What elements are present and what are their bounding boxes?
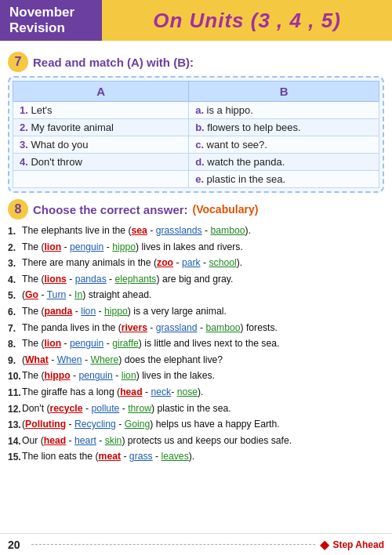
table-row: c. want to see?. [189,136,379,154]
sentence-number: 1. [8,223,22,239]
list-item: 2.The (lion - penguin - hippo) lives in … [8,240,384,256]
table-row: 3. What do you [13,136,189,154]
sentence-number: 10. [8,368,22,384]
table-row: 4. Don't throw [13,154,189,171]
sentence-text: The elephants live in the (sea - grassla… [22,223,384,239]
page-number: 20 [8,539,20,551]
sentence-number: 4. [8,272,22,288]
sentence-number: 8. [8,336,22,352]
header: November Revision On Units (3 , 4 , 5) [0,0,392,41]
exercise8-header: 8 Choose the correct answer: (Vocabulary… [8,199,384,219]
list-item: 3.There are many animals in the (zoo - p… [8,256,384,271]
sentence-number: 7. [8,321,22,336]
exercise7-header: 7 Read and match (A) with (B): [8,52,384,72]
col-a-header: A [13,82,189,102]
sentence-number: 12. [8,401,22,417]
list-item: 15.The lion eats the (meat - grass - lea… [8,449,384,465]
exercise7-num: 7 [8,52,28,72]
list-item: 6.The (panda - lion - hippo) is a very l… [8,304,384,320]
main-content: 7 Read and match (A) with (B): A B 1. Le… [0,41,392,469]
table-row [13,171,189,188]
footer-brand: Step Ahead [332,539,384,550]
exercise8-box: 8 Choose the correct answer: (Vocabulary… [8,199,384,465]
exercise8-vocab: (Vocabulary) [193,203,259,216]
sentence-text: Don't (recycle - pollute - throw) plasti… [22,401,384,417]
list-item: 10.The (hippo - penguin - lion) lives in… [8,368,384,384]
sentence-number: 2. [8,240,22,256]
sentence-number: 11. [8,385,22,401]
sentence-number: 5. [8,288,22,303]
table-row: b. flowers to help bees. [189,119,379,136]
sentence-text: The panda lives in the (rivers - grassla… [22,321,384,336]
sentence-text: The (lion - penguin - giraffe) is little… [22,336,384,352]
sentence-text: (Polluting - Recycling - Going) helps us… [22,417,384,433]
list-item: 8.The (lion - penguin - giraffe) is litt… [8,336,384,352]
table-row: d. watch the panda. [189,154,379,171]
list-item: 12.Don't (recycle - pollute - throw) pla… [8,401,384,417]
sentence-text: The lion eats the (meat - grass - leaves… [22,449,384,465]
sentence-number: 3. [8,256,22,271]
sentence-text: There are many animals in the (zoo - par… [22,256,384,271]
sentence-number: 6. [8,304,22,320]
footer-divider [31,544,316,545]
list-item: 11.The giraffe has a long (head - neck- … [8,385,384,401]
sentence-text: Our (head - heart - skin) protects us an… [22,433,384,449]
exercise8-num: 8 [8,199,28,219]
list-item: 4.The (lions - pandas - elephants) are b… [8,272,384,288]
sentence-number: 14. [8,433,22,449]
sentence-text: (Go - Turn - In) straight ahead. [22,288,384,303]
header-revision-label: November Revision [9,5,74,37]
sentence-text: (What - When - Where) does the elephant … [22,353,384,368]
sentence-text: The giraffe has a long (head - neck- nos… [22,385,384,401]
list-item: 13.(Polluting - Recycling - Going) helps… [8,417,384,433]
exercise8-title: Choose the correct answer: [33,203,188,216]
match-table: A B 1. Let'sa. is a hippo.2. My favorite… [13,81,379,188]
header-right: On Units (3 , 4 , 5) [102,0,392,41]
list-item: 5.(Go - Turn - In) straight ahead. [8,288,384,303]
list-item: 14.Our (head - heart - skin) protects us… [8,433,384,449]
sentence-number: 9. [8,353,22,368]
sentence-text: The (lions - pandas - elephants) are big… [22,272,384,288]
table-row: 1. Let's [13,102,189,119]
footer-diamond-icon: ◆ [320,537,329,552]
sentence-number: 15. [8,449,22,465]
list-item: 1.The elephants live in the (sea - grass… [8,223,384,239]
table-row: e. plastic in the sea. [189,171,379,188]
table-row: a. is a hippo. [189,102,379,119]
sentence-text: The (lion - penguin - hippo) lives in la… [22,240,384,256]
exercise7-box: A B 1. Let'sa. is a hippo.2. My favorite… [8,76,384,193]
sentence-text: The (panda - lion - hippo) is a very lar… [22,304,384,320]
sentences-list: 1.The elephants live in the (sea - grass… [8,223,384,465]
col-b-header: B [189,82,379,102]
sentence-text: The (hippo - penguin - lion) lives in th… [22,368,384,384]
footer: 20 ◆ Step Ahead [0,533,392,555]
exercise7-title: Read and match (A) with (B): [33,56,194,69]
sentence-number: 13. [8,417,22,433]
table-row: 2. My favorite animal [13,119,189,136]
list-item: 7.The panda lives in the (rivers - grass… [8,321,384,336]
list-item: 9.(What - When - Where) does the elephan… [8,353,384,368]
header-title: On Units (3 , 4 , 5) [153,9,341,33]
header-left: November Revision [0,0,102,41]
